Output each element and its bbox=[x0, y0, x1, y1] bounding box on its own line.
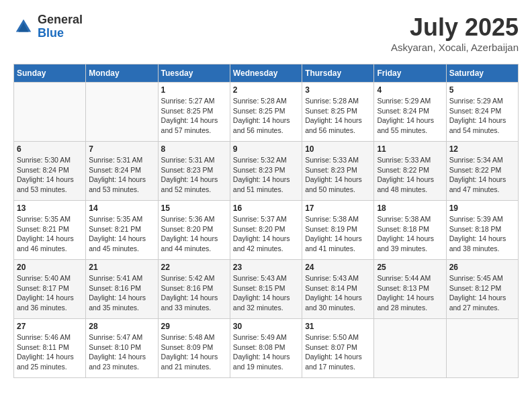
calendar-cell: 25Sunrise: 5:44 AM Sunset: 8:13 PM Dayli… bbox=[374, 260, 446, 319]
day-info: Sunrise: 5:32 AM Sunset: 8:23 PM Dayligh… bbox=[233, 155, 299, 195]
day-number: 30 bbox=[233, 322, 299, 331]
day-number: 13 bbox=[17, 203, 83, 213]
calendar-cell: 14Sunrise: 5:35 AM Sunset: 8:21 PM Dayli… bbox=[86, 201, 158, 260]
calendar-week-row: 27Sunrise: 5:46 AM Sunset: 8:11 PM Dayli… bbox=[14, 319, 519, 378]
day-info: Sunrise: 5:36 AM Sunset: 8:20 PM Dayligh… bbox=[161, 214, 227, 254]
day-info: Sunrise: 5:28 AM Sunset: 8:25 PM Dayligh… bbox=[305, 96, 371, 136]
calendar-cell: 24Sunrise: 5:43 AM Sunset: 8:14 PM Dayli… bbox=[302, 260, 374, 319]
day-number: 2 bbox=[233, 85, 299, 95]
calendar-cell: 11Sunrise: 5:33 AM Sunset: 8:22 PM Dayli… bbox=[374, 142, 446, 201]
day-number: 31 bbox=[305, 322, 371, 331]
calendar-cell: 21Sunrise: 5:41 AM Sunset: 8:16 PM Dayli… bbox=[86, 260, 158, 319]
day-info: Sunrise: 5:37 AM Sunset: 8:20 PM Dayligh… bbox=[233, 214, 299, 254]
calendar-table: SundayMondayTuesdayWednesdayThursdayFrid… bbox=[13, 64, 519, 378]
day-number: 3 bbox=[305, 85, 371, 95]
day-number: 17 bbox=[305, 203, 371, 213]
day-number: 6 bbox=[17, 144, 83, 154]
calendar-cell: 15Sunrise: 5:36 AM Sunset: 8:20 PM Dayli… bbox=[158, 201, 230, 260]
day-info: Sunrise: 5:38 AM Sunset: 8:18 PM Dayligh… bbox=[377, 214, 443, 254]
day-number: 27 bbox=[17, 322, 83, 331]
day-number: 29 bbox=[161, 322, 227, 331]
day-number: 20 bbox=[17, 263, 83, 272]
day-number: 23 bbox=[233, 263, 299, 272]
day-info: Sunrise: 5:35 AM Sunset: 8:21 PM Dayligh… bbox=[17, 214, 83, 254]
calendar-cell: 4Sunrise: 5:29 AM Sunset: 8:24 PM Daylig… bbox=[374, 83, 446, 142]
calendar-cell bbox=[374, 319, 446, 378]
day-info: Sunrise: 5:30 AM Sunset: 8:24 PM Dayligh… bbox=[17, 155, 83, 195]
day-number: 18 bbox=[377, 203, 443, 213]
calendar-cell: 12Sunrise: 5:34 AM Sunset: 8:22 PM Dayli… bbox=[446, 142, 518, 201]
calendar-cell: 22Sunrise: 5:42 AM Sunset: 8:16 PM Dayli… bbox=[158, 260, 230, 319]
day-info: Sunrise: 5:46 AM Sunset: 8:11 PM Dayligh… bbox=[17, 332, 83, 372]
calendar-cell: 28Sunrise: 5:47 AM Sunset: 8:10 PM Dayli… bbox=[86, 319, 158, 378]
day-number: 5 bbox=[449, 85, 515, 95]
day-number: 11 bbox=[377, 144, 443, 154]
day-info: Sunrise: 5:49 AM Sunset: 8:08 PM Dayligh… bbox=[233, 332, 299, 372]
day-info: Sunrise: 5:38 AM Sunset: 8:19 PM Dayligh… bbox=[305, 214, 371, 254]
calendar-cell: 7Sunrise: 5:31 AM Sunset: 8:24 PM Daylig… bbox=[86, 142, 158, 201]
calendar-week-row: 6Sunrise: 5:30 AM Sunset: 8:24 PM Daylig… bbox=[14, 142, 519, 201]
day-number: 22 bbox=[161, 263, 227, 272]
calendar-header-row: SundayMondayTuesdayWednesdayThursdayFrid… bbox=[14, 64, 519, 83]
day-info: Sunrise: 5:33 AM Sunset: 8:22 PM Dayligh… bbox=[377, 155, 443, 195]
day-number: 9 bbox=[233, 144, 299, 154]
day-number: 4 bbox=[377, 85, 443, 95]
weekday-header: Monday bbox=[86, 64, 158, 83]
calendar-cell: 5Sunrise: 5:29 AM Sunset: 8:24 PM Daylig… bbox=[446, 83, 518, 142]
day-info: Sunrise: 5:50 AM Sunset: 8:07 PM Dayligh… bbox=[305, 332, 371, 372]
calendar-week-row: 13Sunrise: 5:35 AM Sunset: 8:21 PM Dayli… bbox=[14, 201, 519, 260]
day-number: 28 bbox=[89, 322, 154, 331]
day-number: 21 bbox=[89, 263, 154, 272]
logo-text: General Blue bbox=[38, 13, 83, 40]
calendar-cell: 9Sunrise: 5:32 AM Sunset: 8:23 PM Daylig… bbox=[230, 142, 302, 201]
day-number: 12 bbox=[449, 144, 515, 154]
month-title: July 2025 bbox=[391, 13, 519, 42]
day-info: Sunrise: 5:31 AM Sunset: 8:23 PM Dayligh… bbox=[161, 155, 227, 195]
weekday-header: Saturday bbox=[446, 64, 518, 83]
calendar-cell: 23Sunrise: 5:43 AM Sunset: 8:15 PM Dayli… bbox=[230, 260, 302, 319]
calendar-cell: 16Sunrise: 5:37 AM Sunset: 8:20 PM Dayli… bbox=[230, 201, 302, 260]
location: Askyaran, Xocali, Azerbaijan bbox=[391, 42, 519, 53]
day-info: Sunrise: 5:39 AM Sunset: 8:18 PM Dayligh… bbox=[449, 214, 515, 254]
day-number: 24 bbox=[305, 263, 371, 272]
calendar-cell: 6Sunrise: 5:30 AM Sunset: 8:24 PM Daylig… bbox=[14, 142, 86, 201]
calendar-cell: 20Sunrise: 5:40 AM Sunset: 8:17 PM Dayli… bbox=[14, 260, 86, 319]
day-info: Sunrise: 5:44 AM Sunset: 8:13 PM Dayligh… bbox=[377, 273, 443, 313]
day-number: 7 bbox=[89, 144, 154, 154]
logo-blue: Blue bbox=[38, 27, 83, 40]
day-number: 25 bbox=[377, 263, 443, 272]
day-info: Sunrise: 5:27 AM Sunset: 8:25 PM Dayligh… bbox=[161, 96, 227, 136]
day-info: Sunrise: 5:43 AM Sunset: 8:14 PM Dayligh… bbox=[305, 273, 371, 313]
weekday-header: Tuesday bbox=[158, 64, 230, 83]
calendar-cell bbox=[14, 83, 86, 142]
calendar-cell bbox=[86, 83, 158, 142]
day-number: 14 bbox=[89, 203, 154, 213]
day-number: 15 bbox=[161, 203, 227, 213]
day-info: Sunrise: 5:28 AM Sunset: 8:25 PM Dayligh… bbox=[233, 96, 299, 136]
weekday-header: Sunday bbox=[14, 64, 86, 83]
day-number: 19 bbox=[449, 203, 515, 213]
calendar-cell: 1Sunrise: 5:27 AM Sunset: 8:25 PM Daylig… bbox=[158, 83, 230, 142]
calendar-cell: 3Sunrise: 5:28 AM Sunset: 8:25 PM Daylig… bbox=[302, 83, 374, 142]
calendar-cell: 29Sunrise: 5:48 AM Sunset: 8:09 PM Dayli… bbox=[158, 319, 230, 378]
weekday-header: Wednesday bbox=[230, 64, 302, 83]
logo-icon bbox=[13, 17, 34, 37]
weekday-header: Thursday bbox=[302, 64, 374, 83]
day-number: 1 bbox=[161, 85, 227, 95]
calendar-week-row: 20Sunrise: 5:40 AM Sunset: 8:17 PM Dayli… bbox=[14, 260, 519, 319]
day-info: Sunrise: 5:40 AM Sunset: 8:17 PM Dayligh… bbox=[17, 273, 83, 313]
calendar-cell: 30Sunrise: 5:49 AM Sunset: 8:08 PM Dayli… bbox=[230, 319, 302, 378]
calendar-cell: 2Sunrise: 5:28 AM Sunset: 8:25 PM Daylig… bbox=[230, 83, 302, 142]
calendar-cell: 31Sunrise: 5:50 AM Sunset: 8:07 PM Dayli… bbox=[302, 319, 374, 378]
calendar-cell: 13Sunrise: 5:35 AM Sunset: 8:21 PM Dayli… bbox=[14, 201, 86, 260]
page-header: General Blue July 2025 Askyaran, Xocali,… bbox=[13, 13, 519, 53]
day-info: Sunrise: 5:35 AM Sunset: 8:21 PM Dayligh… bbox=[89, 214, 154, 254]
day-info: Sunrise: 5:48 AM Sunset: 8:09 PM Dayligh… bbox=[161, 332, 227, 372]
day-info: Sunrise: 5:42 AM Sunset: 8:16 PM Dayligh… bbox=[161, 273, 227, 313]
logo: General Blue bbox=[13, 13, 83, 40]
day-number: 8 bbox=[161, 144, 227, 154]
day-number: 26 bbox=[449, 263, 515, 272]
day-info: Sunrise: 5:47 AM Sunset: 8:10 PM Dayligh… bbox=[89, 332, 154, 372]
day-info: Sunrise: 5:41 AM Sunset: 8:16 PM Dayligh… bbox=[89, 273, 154, 313]
calendar-cell: 17Sunrise: 5:38 AM Sunset: 8:19 PM Dayli… bbox=[302, 201, 374, 260]
